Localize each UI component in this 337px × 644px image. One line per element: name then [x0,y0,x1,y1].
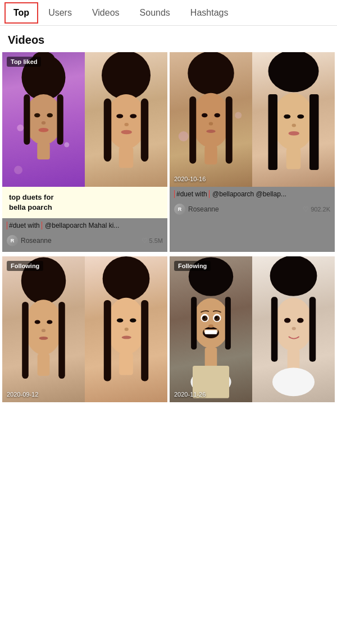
date-overlay-2: 2020-10-16 [174,176,206,182]
svg-rect-36 [309,94,319,170]
svg-rect-2 [24,94,30,145]
likes-count-2: 902.2K [311,206,330,213]
svg-rect-16 [141,99,149,162]
svg-point-65 [213,314,221,322]
svg-rect-21 [119,147,134,168]
svg-point-34 [272,93,315,150]
thumb-right-1 [85,52,167,187]
svg-point-18 [130,114,136,118]
svg-point-43 [25,300,63,355]
tab-users[interactable]: Users [38,1,82,25]
svg-rect-54 [141,300,148,381]
svg-point-61 [192,298,229,349]
username-1: Roseanne [21,237,52,245]
video-card-3[interactable]: Following 2020-09-12 [2,256,167,402]
svg-point-13 [102,52,151,100]
thumb-right-4 [252,256,335,402]
svg-point-6 [47,113,53,118]
svg-rect-35 [268,94,278,170]
tab-videos[interactable]: Videos [82,1,130,25]
svg-rect-25 [226,96,233,164]
svg-point-48 [42,329,45,333]
tab-sounds[interactable]: Sounds [130,1,180,25]
svg-point-5 [34,113,40,118]
svg-point-68 [203,316,205,319]
avatar-1: R [7,235,18,246]
thumb-left-3 [2,256,85,402]
svg-point-10 [17,125,24,131]
svg-rect-74 [205,348,217,368]
svg-point-49 [39,337,48,340]
svg-rect-79 [271,297,278,362]
tab-bar: Top Users Videos Sounds Hashtags [0,0,337,26]
svg-point-19 [125,123,129,126]
svg-point-29 [206,130,216,133]
info-row-2: #duet with @bellapoarch @bellap... [170,187,335,203]
user-left-2: R Roseanne [174,204,219,215]
video-card-4[interactable]: Following 2020-11-26 [170,256,335,402]
user-row-1: R Roseanne ♡ 5.5M [2,234,167,252]
svg-rect-24 [189,96,196,164]
svg-point-37 [284,114,290,119]
svg-point-77 [270,256,317,296]
likes-1: ♡ 5.5M [142,237,163,245]
video-thumb-1: Top liked [2,52,167,187]
svg-point-70 [203,327,219,338]
svg-rect-59 [119,353,133,375]
svg-rect-45 [58,302,65,379]
svg-point-27 [215,113,221,118]
svg-point-83 [292,327,296,330]
heart-icon-2: ♡ [303,205,309,213]
svg-point-17 [116,114,123,118]
thumb-right-3 [85,256,167,402]
svg-point-69 [215,316,217,319]
thumb-left-2 [170,52,252,187]
thumb-left-4 [170,256,252,402]
tab-hashtags[interactable]: Hashtags [180,1,239,25]
heart-icon-1: ♡ [142,237,148,245]
svg-point-26 [202,113,208,118]
svg-point-40 [289,131,300,136]
svg-point-14 [106,94,147,149]
svg-rect-53 [104,300,111,381]
svg-rect-63 [225,297,231,350]
svg-point-12 [14,166,22,174]
video-card-1[interactable]: Top liked top duets for bella poarch #du… [2,52,167,252]
svg-point-85 [272,368,315,397]
video-thumb-3: Following 2020-09-12 [2,256,167,402]
tab-top[interactable]: Top [4,2,38,24]
svg-point-78 [274,298,313,351]
video-badge-4: Following [174,261,211,271]
user-left-1: R Roseanne [7,235,52,246]
svg-rect-50 [38,354,50,376]
svg-point-31 [179,131,189,141]
svg-rect-80 [309,297,316,362]
svg-point-51 [103,256,150,301]
user-row-2: R Roseanne ♡ 902.2K [170,203,335,220]
thumb-left-1 [2,52,85,187]
svg-rect-3 [57,94,63,145]
svg-rect-30 [204,146,217,165]
svg-point-57 [125,328,129,331]
info-row-1: #duet with @bellapoarch Mahal ki... [2,218,167,234]
svg-point-33 [268,52,319,92]
svg-rect-15 [104,99,112,162]
video-card-2[interactable]: 2020-10-16 #duet with @bellapoarch @bell… [170,52,335,252]
svg-point-52 [106,298,146,355]
video-badge-3: Following [7,261,43,271]
video-thumb-4: Following 2020-11-26 [170,256,335,402]
svg-point-46 [35,320,40,324]
svg-point-23 [192,93,230,148]
hashtag-rest-1: @bellapoarch Mahal ki... [45,222,119,229]
svg-point-8 [39,128,49,132]
likes-count-1: 5.5M [149,237,163,244]
hashtag-text-1: #duet with @bellapoarch Mahal ki... [7,222,163,229]
video-grid-2: Following 2020-09-12 [0,256,337,402]
date-overlay-3: 2020-09-12 [7,391,38,398]
video-thumb-2: 2020-10-16 [170,52,335,187]
svg-rect-84 [288,349,300,370]
svg-rect-62 [191,297,197,350]
svg-point-7 [42,121,46,125]
svg-point-67 [214,316,220,321]
video-grid: Top liked top duets for bella poarch #du… [0,52,337,252]
